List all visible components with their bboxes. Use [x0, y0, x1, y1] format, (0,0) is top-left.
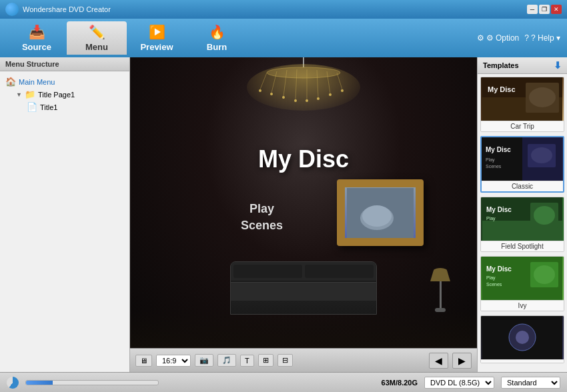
svg-text:My Disc: My Disc: [486, 206, 512, 213]
expand-icon: ▼: [16, 91, 22, 98]
screenshot-button[interactable]: 📷: [195, 354, 213, 367]
menu-structure-header: Menu Structure: [0, 57, 129, 71]
svg-text:My Disc: My Disc: [486, 146, 511, 153]
source-button[interactable]: 📥 Source: [7, 21, 67, 55]
next-arrow-button[interactable]: ▶: [452, 353, 472, 369]
templates-header: Templates ⬇: [478, 57, 567, 74]
folder-icon: 📁: [25, 89, 35, 99]
svg-text:Scenes: Scenes: [486, 164, 502, 169]
svg-point-31: [531, 147, 552, 163]
layout-icon: ⊟: [282, 356, 288, 365]
source-label: Source: [22, 42, 51, 52]
chandelier-area: [243, 57, 364, 117]
dvd-type-select[interactable]: DVD DL (8.5G) DVD-5 (4.7G): [424, 377, 494, 389]
frame-inner: [345, 187, 416, 238]
text-button[interactable]: T: [240, 355, 254, 367]
svg-point-14: [317, 97, 320, 100]
toolbar: 📥 Source ✏️ Menu ▶️ Preview 🔥 Burn ⚙ ⚙ O…: [0, 19, 567, 57]
svg-text:My Disc: My Disc: [486, 265, 512, 273]
svg-point-15: [329, 93, 332, 96]
source-icon: 📥: [29, 24, 45, 40]
standard-select[interactable]: Standard Widescreen: [501, 377, 560, 389]
svg-point-37: [534, 206, 555, 225]
left-panel: Menu Structure 🏠 Main Menu ▼ 📁 Title Pag…: [0, 57, 130, 372]
lamp: [430, 268, 450, 315]
sofa-cushion-left: [233, 265, 302, 278]
minimize-button[interactable]: ─: [527, 5, 538, 14]
preview-button[interactable]: ▶️ Preview: [127, 21, 187, 55]
close-button[interactable]: ✕: [551, 5, 562, 14]
disc-title: My Disc: [258, 145, 349, 173]
grid-button[interactable]: ⊞: [258, 354, 273, 367]
aspect-ratio-button[interactable]: 🖥: [135, 355, 152, 367]
option-button[interactable]: ⚙ ⚙ Option: [477, 33, 520, 43]
burn-button[interactable]: 🔥 Burn: [187, 21, 247, 55]
svg-point-16: [341, 89, 344, 92]
template-item-classic[interactable]: My Disc Play Scenes Classic: [480, 136, 564, 193]
svg-point-9: [259, 89, 261, 92]
tree-item-title1[interactable]: 📄 Title1: [24, 101, 127, 113]
main-menu-label: Main Menu: [19, 78, 55, 86]
prev-arrow-button[interactable]: ◀: [429, 353, 448, 369]
classic-label: Classic: [482, 181, 563, 191]
sofa: [230, 261, 377, 315]
monitor-icon: 🖥: [140, 357, 147, 365]
tree-sub-children: 📄 Title1: [24, 101, 127, 113]
svg-line-1: [260, 73, 267, 89]
ivy-preview: My Disc Play Scenes: [482, 257, 562, 300]
title-bar: Wondershare DVD Creator ─ ❐ ✕: [0, 0, 567, 19]
statusbar: 63M/8.20G DVD DL (8.5G) DVD-5 (4.7G) Sta…: [0, 372, 567, 392]
download-icon[interactable]: ⬇: [554, 60, 562, 71]
ratio-select[interactable]: 16:9 4:3: [156, 355, 191, 367]
menu-button[interactable]: ✏️ Menu: [67, 21, 127, 55]
restore-button[interactable]: ❐: [539, 5, 550, 14]
template-item-ivy[interactable]: My Disc Play Scenes Ivy: [480, 256, 564, 311]
music-button[interactable]: 🎵: [217, 354, 236, 367]
progress-bar: [25, 380, 159, 385]
title-page1-label: Title Page1: [38, 91, 75, 99]
page-icon: 📄: [27, 102, 37, 112]
title1-label: Title1: [40, 103, 58, 111]
play-scenes-text: Play Scenes: [241, 201, 283, 234]
tree-item-title-page1[interactable]: ▼ 📁 Title Page1: [13, 88, 127, 101]
svg-text:Play: Play: [486, 216, 496, 221]
template-item-field-spotlight[interactable]: My Disc Play Field Spotlight: [480, 197, 564, 252]
other-label: [481, 359, 564, 363]
tree-item-main-menu[interactable]: 🏠 Main Menu: [3, 75, 127, 88]
sofa-back: [231, 262, 376, 282]
svg-point-12: [294, 99, 297, 102]
classic-preview: My Disc Play Scenes: [482, 137, 562, 181]
help-button[interactable]: ? ? Help ▾: [524, 33, 560, 43]
window-controls: ─ ❐ ✕: [527, 5, 562, 14]
svg-point-13: [306, 99, 308, 102]
right-panel: Templates ⬇ My Disc Car Trip: [477, 57, 567, 372]
burn-label: Burn: [207, 42, 227, 52]
field-spotlight-label: Field Spotlight: [481, 241, 564, 251]
burn-icon: 🔥: [209, 24, 225, 40]
lamp-shade: [430, 268, 450, 281]
sofa-seat: [231, 282, 376, 301]
field-preview: My Disc Play: [482, 197, 562, 241]
other-preview: [482, 316, 562, 359]
canvas[interactable]: My Disc Play Scenes: [130, 57, 477, 348]
text-icon: T: [245, 357, 249, 365]
layout-button[interactable]: ⊟: [277, 354, 293, 367]
main-area: Menu Structure 🏠 Main Menu ▼ 📁 Title Pag…: [0, 57, 567, 372]
option-label: ⚙ Option: [486, 33, 520, 43]
svg-text:Play: Play: [486, 275, 496, 281]
template-thumb-field-spotlight: My Disc Play: [481, 197, 564, 241]
svg-point-11: [282, 96, 285, 99]
template-thumb-car-trip: My Disc: [481, 77, 564, 121]
template-item-other[interactable]: [480, 315, 564, 363]
car-trip-preview: My Disc: [482, 77, 562, 121]
svg-text:My Disc: My Disc: [488, 85, 516, 93]
lamp-base: [435, 308, 446, 312]
menu-tree: 🏠 Main Menu ▼ 📁 Title Page1 📄 Title1: [0, 71, 129, 372]
templates-scroll[interactable]: My Disc Car Trip My Disc Play Scenes: [478, 74, 567, 372]
template-item-car-trip[interactable]: My Disc Car Trip: [480, 77, 564, 132]
template-thumb-classic: My Disc Play Scenes: [482, 137, 563, 181]
grid-icon: ⊞: [263, 356, 269, 365]
progress-bar-fill: [26, 381, 53, 385]
canvas-toolbar: 🖥 16:9 4:3 📷 🎵 T ⊞ ⊟ ◀ ▶: [130, 348, 477, 372]
menu-label: Menu: [85, 42, 108, 52]
